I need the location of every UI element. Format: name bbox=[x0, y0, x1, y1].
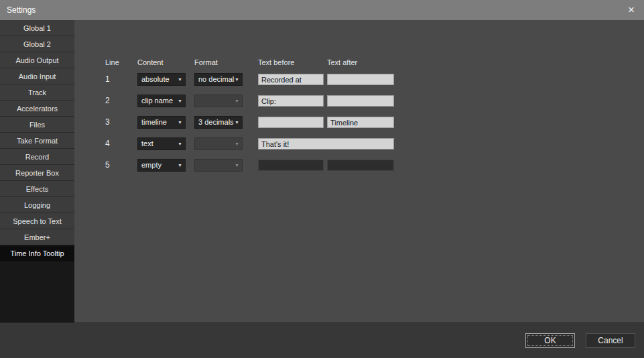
chevron-down-icon: ▼ bbox=[178, 77, 185, 82]
settings-window: Settings × Global 1 Global 2 Audio Outpu… bbox=[0, 0, 644, 358]
cell: text ▼ bbox=[137, 137, 194, 150]
sidebar-item-reporter-box[interactable]: Reporter Box bbox=[0, 165, 74, 181]
cell: absolute ▼ bbox=[137, 73, 194, 86]
window-title: Settings bbox=[7, 5, 36, 15]
sidebar-item-files[interactable]: Files bbox=[0, 117, 74, 133]
cell bbox=[327, 159, 394, 172]
ok-button[interactable]: OK bbox=[525, 333, 575, 348]
format-dropdown-row-4: ▼ bbox=[194, 137, 243, 150]
content-dropdown-row-3[interactable]: timeline ▼ bbox=[137, 116, 186, 129]
line-number-1: 1 bbox=[105, 74, 137, 84]
titlebar: Settings × bbox=[0, 0, 644, 20]
column-header-format: Format bbox=[194, 58, 258, 66]
cell: ▼ bbox=[194, 95, 258, 107]
cell: ▼ bbox=[194, 159, 258, 172]
sidebar-item-time-info-tooltip[interactable]: Time Info Tooltip bbox=[0, 245, 74, 261]
text-after-input-row-1[interactable] bbox=[327, 74, 394, 85]
sidebar-item-accelerators[interactable]: Accelerators bbox=[0, 101, 74, 117]
sidebar-item-take-format[interactable]: Take Format bbox=[0, 133, 74, 149]
chevron-down-icon: ▼ bbox=[178, 99, 185, 103]
sidebar-item-record[interactable]: Record bbox=[0, 149, 74, 165]
text-after-input-row-2[interactable] bbox=[327, 95, 394, 107]
cancel-button[interactable]: Cancel bbox=[586, 333, 635, 348]
cell: ▼ bbox=[194, 137, 258, 150]
chevron-down-icon: ▼ bbox=[235, 120, 242, 125]
column-header-text-before: Text before bbox=[258, 58, 327, 66]
cell bbox=[327, 116, 394, 129]
lines-table: Line Content Format Text before Text aft… bbox=[105, 56, 644, 176]
cell bbox=[258, 73, 327, 86]
text-before-input-row-3[interactable] bbox=[258, 117, 324, 128]
sidebar-item-global-1[interactable]: Global 1 bbox=[0, 20, 74, 36]
line-number-3: 3 bbox=[105, 117, 137, 127]
cell: 3 decimals ▼ bbox=[194, 116, 258, 129]
sidebar-item-effects[interactable]: Effects bbox=[0, 181, 74, 197]
sidebar-item-logging[interactable]: Logging bbox=[0, 197, 74, 213]
sidebar-item-audio-output[interactable]: Audio Output bbox=[0, 52, 74, 68]
cell: no decimals ▼ bbox=[194, 73, 258, 86]
chevron-down-icon: ▼ bbox=[235, 77, 242, 82]
text-before-input-row-5 bbox=[258, 160, 324, 171]
main-panel: Line Content Format Text before Text aft… bbox=[74, 20, 644, 322]
line-number-5: 5 bbox=[105, 160, 137, 170]
sidebar-item-audio-input[interactable]: Audio Input bbox=[0, 68, 74, 84]
chevron-down-icon: ▼ bbox=[235, 141, 242, 146]
text-after-input-row-5 bbox=[327, 160, 394, 171]
column-header-content: Content bbox=[137, 58, 194, 66]
cell: clip name ▼ bbox=[137, 95, 194, 107]
sidebar-item-ember-plus[interactable]: Ember+ bbox=[0, 229, 74, 245]
chevron-down-icon: ▼ bbox=[178, 163, 185, 168]
chevron-down-icon: ▼ bbox=[178, 120, 185, 125]
sidebar: Global 1 Global 2 Audio Output Audio Inp… bbox=[0, 20, 74, 322]
content-dropdown-row-5[interactable]: empty ▼ bbox=[137, 159, 186, 172]
cell bbox=[327, 73, 394, 86]
content-dropdown-row-1[interactable]: absolute ▼ bbox=[137, 73, 186, 86]
chevron-down-icon: ▼ bbox=[178, 141, 185, 146]
combined-text-input-row-4[interactable] bbox=[258, 138, 394, 150]
text-before-input-row-1[interactable] bbox=[258, 74, 324, 85]
text-before-input-row-2[interactable] bbox=[258, 95, 324, 107]
column-header-line: Line bbox=[105, 58, 137, 66]
column-header-text-after: Text after bbox=[327, 58, 394, 66]
cell: empty ▼ bbox=[137, 159, 194, 172]
text-after-input-row-3[interactable] bbox=[327, 117, 394, 128]
chevron-down-icon: ▼ bbox=[235, 163, 242, 168]
cell: timeline ▼ bbox=[137, 116, 194, 129]
chevron-down-icon: ▼ bbox=[235, 99, 242, 103]
format-dropdown-row-5: ▼ bbox=[194, 159, 243, 172]
line-number-4: 4 bbox=[105, 139, 137, 148]
content-dropdown-row-4[interactable]: text ▼ bbox=[137, 137, 186, 150]
footer-bar: OK Cancel bbox=[0, 322, 644, 358]
sidebar-item-speech-to-text[interactable]: Speech to Text bbox=[0, 213, 74, 229]
sidebar-item-track[interactable]: Track bbox=[0, 84, 74, 101]
format-dropdown-row-2: ▼ bbox=[194, 95, 243, 107]
sidebar-item-global-2[interactable]: Global 2 bbox=[0, 36, 74, 52]
cell bbox=[258, 95, 327, 107]
cell bbox=[258, 137, 394, 150]
close-icon[interactable]: × bbox=[624, 3, 639, 17]
cell bbox=[258, 159, 327, 172]
content-dropdown-row-2[interactable]: clip name ▼ bbox=[137, 95, 186, 107]
line-number-2: 2 bbox=[105, 96, 137, 105]
cell bbox=[258, 116, 327, 129]
cell bbox=[327, 95, 394, 107]
format-dropdown-row-1[interactable]: no decimals ▼ bbox=[194, 73, 243, 86]
format-dropdown-row-3[interactable]: 3 decimals ▼ bbox=[194, 116, 243, 129]
